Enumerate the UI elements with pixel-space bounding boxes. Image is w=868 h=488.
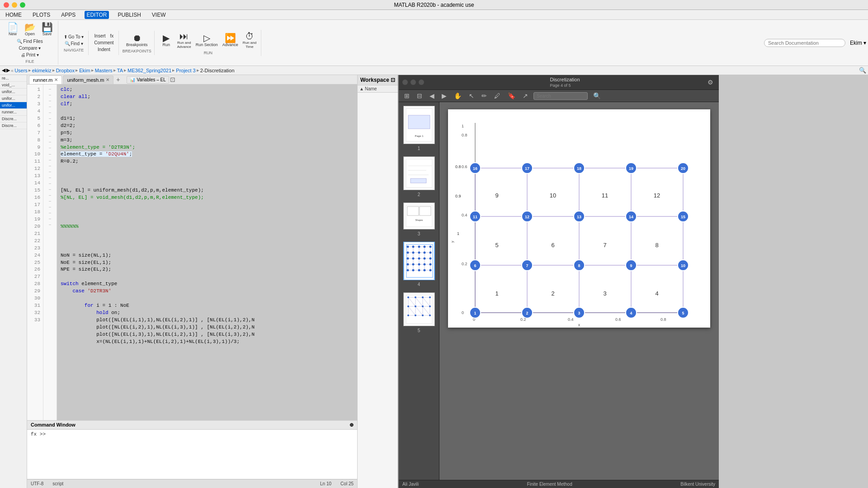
run-advance-button[interactable]: ⏭ Run andAdvance [175,31,193,50]
pdf-select[interactable]: ↖ [467,91,476,100]
pdf-thumb-img-2[interactable] [403,156,435,190]
path-ekim[interactable]: Ekim [79,68,90,73]
pdf-zoom-width[interactable]: ⊟ [415,91,424,100]
goto-button[interactable]: ⬆Go To ▾ [62,33,85,40]
insert-button[interactable]: Insert [93,33,108,39]
tab-uniform-mesh[interactable]: uniform_mesh.m ✕ [63,75,113,84]
close-button[interactable] [4,2,9,8]
path-search[interactable]: 🔍 [859,67,866,74]
sidebar-item-5[interactable]: runner... [0,109,27,116]
pdf-close[interactable] [402,80,408,85]
tab-runner-label: runner.m [33,77,52,83]
svg-point-28 [406,252,409,254]
tab-runner-close[interactable]: ✕ [54,77,58,82]
path-ta[interactable]: TA [117,68,123,73]
command-collapse[interactable]: ⊕ [349,422,354,428]
tab-uniform-close[interactable]: ✕ [106,77,109,82]
pdf-search-btn[interactable]: 🔍 [591,91,603,100]
workspace-expand[interactable]: ⊡ [391,77,395,83]
svg-point-25 [418,246,420,248]
path-users[interactable]: Users [14,68,28,73]
print-button[interactable]: 🖨Print ▾ [19,52,41,58]
window-controls[interactable] [4,2,25,8]
run-section-button[interactable]: ▷ Run Section [194,33,220,48]
menu-publish[interactable]: PUBLISH [116,11,143,19]
sidebar-item-4[interactable]: unifor... [0,102,27,109]
variables-icon: 📊 [130,77,135,82]
pdf-thumb-2[interactable]: 2 [403,156,435,197]
find-button[interactable]: 🔍Find ▾ [63,40,85,47]
menu-editor[interactable]: EDITOR [85,11,108,19]
svg-text:1: 1 [474,311,476,315]
pdf-prev[interactable]: ◀ [428,91,436,100]
pdf-next[interactable]: ▶ [440,91,448,100]
maximize-button[interactable] [20,2,25,8]
fx-button[interactable]: fx [108,33,116,39]
pdf-thumb-img-1[interactable]: Page 1 [403,106,435,144]
pdf-max[interactable] [419,80,424,85]
new-tab-button[interactable]: + [114,75,122,84]
svg-text:4: 4 [655,290,658,297]
find-files-button[interactable]: 🔍Find Files [15,38,44,45]
new-button[interactable]: 📄 New [5,22,21,37]
pdf-thumb-4[interactable]: 4 [403,242,435,287]
run-button[interactable]: ▶ Run [158,33,175,48]
advance-button[interactable]: ⏩ Advance [221,33,240,48]
pdf-settings[interactable]: ⚙ [706,78,715,87]
svg-rect-8 [406,205,432,227]
pdf-thumb-img-3[interactable]: Shapes [403,202,435,230]
run-time-button[interactable]: ⏱ Run andTime [241,31,258,50]
sidebar-item-1[interactable]: void_... [0,82,27,89]
pdf-thumb-3[interactable]: Shapes 3 [403,202,435,236]
pdf-bookmark[interactable]: 🔖 [506,91,517,100]
pdf-pan[interactable]: ✋ [452,91,463,100]
minimize-button[interactable] [12,2,17,8]
path-masters[interactable]: Masters [95,68,113,73]
pdf-thumb-1[interactable]: Page 1 1 [403,106,435,151]
pdf-content[interactable]: 1 0.9 0.8 0.8 0 0.2 0.4 0.6 [439,102,719,480]
tab-runner[interactable]: runner.m ✕ [29,75,62,84]
code-editor[interactable]: clc; clear all; clf; d1=1; d2=2; p=5; m=… [57,84,357,420]
variables-tab[interactable]: 📊 Variables – EL [127,76,169,84]
comment-button[interactable]: Comment [92,39,115,46]
col-name-label: Name [365,86,377,91]
path-ekimekiz[interactable]: ekimekiz [32,68,52,73]
command-content[interactable]: fx >> [27,430,357,439]
status-type: script [52,481,63,486]
pdf-search-input[interactable] [533,92,588,100]
compare-button[interactable]: Compare ▾ [17,45,43,52]
menu-plots[interactable]: PLOTS [31,11,52,19]
sidebar-item-0[interactable]: re... [0,75,27,82]
indent-button[interactable]: Indent [96,46,112,53]
sidebar-item-6[interactable]: Discre... [0,116,27,122]
pdf-share[interactable]: ↗ [521,91,530,100]
pdf-thumb-5[interactable]: 5 [403,292,435,333]
menu-apps[interactable]: APPS [59,11,77,19]
sidebar-item-3[interactable]: unifor... [0,95,27,102]
open-button[interactable]: 📂 Open [22,22,38,37]
nav-back[interactable]: ◀ [2,67,5,73]
user-menu[interactable]: Ekim ▾ [850,40,866,46]
path-dropbox[interactable]: Dropbox [56,68,75,73]
search-input[interactable] [764,39,845,47]
pdf-highlight[interactable]: 🖊 [492,91,502,100]
pdf-zoom-fit[interactable]: ⊞ [402,91,411,100]
pdf-thumb-img-4[interactable] [403,242,435,280]
save-button[interactable]: 💾 Save [39,22,55,37]
pdf-min[interactable] [410,80,416,85]
path-project3[interactable]: Project 3 [176,68,195,73]
menu-home[interactable]: HOME [4,11,24,19]
breakpoints-button[interactable]: ⏺ Breakpoints [124,33,150,48]
sidebar-item-2[interactable]: unifor... [0,89,27,95]
sidebar-item-7[interactable]: Discre... [0,122,27,129]
svg-text:x: x [578,323,580,326]
svg-point-64 [422,296,424,298]
pdf-thumb-img-5[interactable] [403,292,435,326]
maximize-editor[interactable]: ⊡ [170,76,175,83]
path-me362[interactable]: ME362_Spring2021 [127,68,171,73]
menu-view[interactable]: VIEW [150,11,168,19]
pdf-annotate[interactable]: ✏ [480,91,489,100]
editor-left-panel: runner.m ✕ uniform_mesh.m ✕ + 📊 Variable… [27,75,357,488]
nav-forward[interactable]: ▶ [6,67,10,73]
breakpoints-group-label: BREAKPOINTS [123,49,151,53]
